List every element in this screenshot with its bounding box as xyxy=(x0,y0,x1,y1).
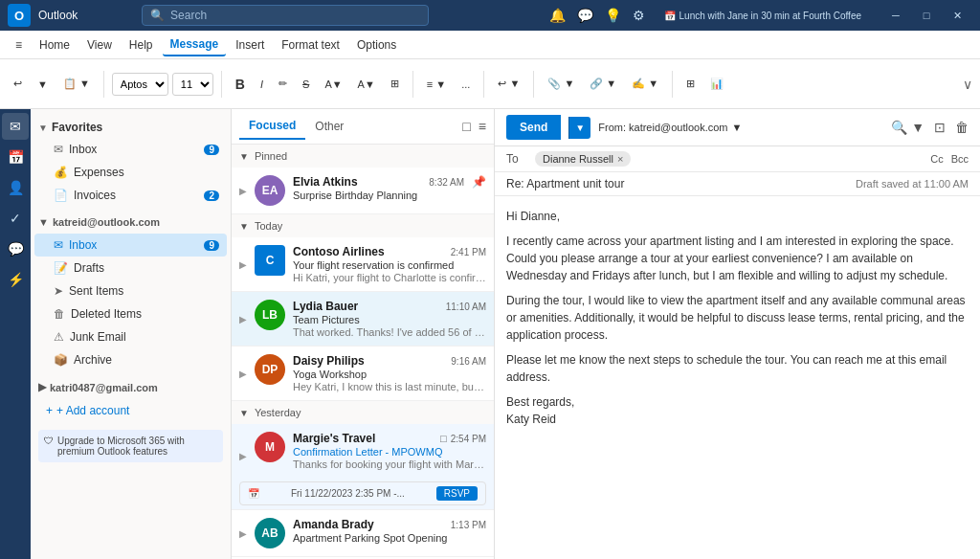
tab-focused[interactable]: Focused xyxy=(239,113,305,140)
link-button[interactable]: 🔗 ▼ xyxy=(584,71,622,98)
nav-calendar[interactable]: 📅 xyxy=(2,144,29,170)
sort-icon[interactable]: ≡ xyxy=(479,119,486,134)
menu-message[interactable]: Message xyxy=(163,34,227,56)
nav-tasks[interactable]: ✓ xyxy=(2,205,29,232)
italic-button[interactable]: I xyxy=(255,71,269,98)
bcc-button[interactable]: Bcc xyxy=(951,153,969,165)
reply-button[interactable]: ↩ ▼ xyxy=(492,71,525,98)
folder-inbox-main[interactable]: ✉ Inbox 9 xyxy=(34,234,227,257)
font-size-select[interactable]: 11 xyxy=(172,73,213,96)
settings-icon[interactable]: ⚙ xyxy=(633,8,645,23)
email-expand-daisy[interactable]: ▶ xyxy=(239,369,247,379)
hamburger-menu[interactable]: ≡ xyxy=(8,34,30,56)
close-button[interactable]: ✕ xyxy=(942,0,972,31)
highlight-button[interactable]: ✏ xyxy=(273,71,293,98)
folder-deleted[interactable]: 🗑 Deleted Items xyxy=(34,302,227,325)
email-expand-elvia[interactable]: ▶ xyxy=(239,186,247,196)
menu-options[interactable]: Options xyxy=(349,34,404,56)
pinned-chevron[interactable]: ▼ xyxy=(239,151,249,162)
email-item-daisy[interactable]: ▶ DP Daisy Philips 9:16 AM Yoga Workshop… xyxy=(232,347,494,401)
email-expand-amanda[interactable]: ▶ xyxy=(239,528,247,539)
email-expand-lydia[interactable]: ▶ xyxy=(239,314,247,324)
nav-apps[interactable]: ⚡ xyxy=(2,266,29,293)
table-button[interactable]: ⊞ xyxy=(680,71,701,98)
body-closing: Best regards,Katy Reid xyxy=(506,393,969,428)
discard-icon[interactable]: 🗑 xyxy=(955,120,969,135)
bold-button[interactable]: B xyxy=(230,71,251,98)
menu-view[interactable]: View xyxy=(79,34,120,56)
cc-button[interactable]: Cc xyxy=(930,153,943,165)
bulb-icon[interactable]: 💡 xyxy=(605,8,621,23)
maximize-button[interactable]: □ xyxy=(911,0,942,31)
email-content-margie: Margie's Travel □ 2:54 PM Confirmation L… xyxy=(293,432,486,470)
nav-chat[interactable]: 💬 xyxy=(2,235,29,262)
filter-icon[interactable]: □ xyxy=(462,119,470,134)
avatar-contoso: C xyxy=(255,245,285,276)
yesterday-chevron[interactable]: ▼ xyxy=(239,408,249,418)
email-body[interactable]: Hi Dianne, I recently came across your a… xyxy=(495,196,980,559)
email-expand-margie[interactable]: ▶ xyxy=(239,451,247,461)
folder-archive[interactable]: 📦 Archive xyxy=(34,348,227,371)
folder-sent[interactable]: ➤ Sent Items xyxy=(34,280,227,302)
folder-invoices[interactable]: 📄 Invoices 2 xyxy=(34,184,227,207)
email-expand-contoso[interactable]: ▶ xyxy=(239,259,247,270)
account-header-gmail[interactable]: ▶ katri0487@gmail.com xyxy=(31,375,231,399)
format-options-button[interactable]: ▼ xyxy=(32,71,54,98)
menu-home[interactable]: Home xyxy=(32,34,78,56)
email-item-margie[interactable]: ▶ M Margie's Travel □ 2:54 PM Confirmati… xyxy=(232,424,494,510)
undo-button[interactable]: ↩ xyxy=(8,71,28,98)
line-spacing-button[interactable]: ≡ ▼ xyxy=(421,71,452,98)
send-button[interactable]: Send xyxy=(506,115,561,140)
email-item-amanda[interactable]: ▶ AB Amanda Brady 1:13 PM Apartment Park… xyxy=(232,510,494,557)
avatar-elvia: EA xyxy=(255,175,285,206)
today-chevron[interactable]: ▼ xyxy=(239,221,249,232)
favorites-header[interactable]: ▼ Favorites xyxy=(31,117,231,138)
chat-icon[interactable]: 💬 xyxy=(577,8,593,23)
from-chevron[interactable]: ▼ xyxy=(732,122,743,133)
account-header-outlook[interactable]: ▼ katreid@outlook.com xyxy=(31,211,231,234)
bell-icon[interactable]: 🔔 xyxy=(549,8,566,23)
font-color-button[interactable]: A▼ xyxy=(352,71,381,98)
rsvp-button[interactable]: RSVP xyxy=(436,486,478,501)
format-button[interactable]: ⊞ xyxy=(385,71,405,98)
attach-file-button[interactable]: 📎 ▼ xyxy=(542,71,580,98)
search-input[interactable] xyxy=(170,9,420,22)
email-item-lydia[interactable]: ▶ LB Lydia Bauer 11:10 AM Team Pictures … xyxy=(232,292,494,347)
window-controls: ─ □ ✕ xyxy=(880,0,972,31)
more-options-button[interactable]: ... xyxy=(456,71,476,98)
menu-help[interactable]: Help xyxy=(122,34,161,56)
minimize-button[interactable]: ─ xyxy=(880,0,911,31)
zoom-icon[interactable]: 🔍 ▼ xyxy=(891,120,924,135)
bg-color-button[interactable]: A▼ xyxy=(319,71,347,98)
pop-out-icon[interactable]: ⊡ xyxy=(934,120,946,135)
email-item-contoso[interactable]: ▶ C Contoso Airlines 2:41 PM Your flight… xyxy=(232,237,494,292)
email-item-elvia[interactable]: ▶ EA Elvia Atkins 8:32 AM Surprise Birth… xyxy=(232,168,494,214)
clipboard-button[interactable]: 📋 ▼ xyxy=(57,71,96,98)
strikethrough-button[interactable]: S xyxy=(297,71,315,98)
search-box[interactable]: 🔍 xyxy=(142,5,429,26)
folder-drafts[interactable]: 📝 Drafts xyxy=(34,257,227,280)
folder-inbox-fav[interactable]: ✉ Inbox 9 xyxy=(34,138,227,161)
nav-contacts[interactable]: 👤 xyxy=(2,174,29,201)
upgrade-icon: 🛡 xyxy=(44,436,54,457)
add-account-button[interactable]: + + Add account xyxy=(31,399,231,422)
ribbon-expand-button[interactable]: ∨ xyxy=(963,77,972,92)
tab-other[interactable]: Other xyxy=(305,114,353,139)
recipient-remove-dianne[interactable]: × xyxy=(617,153,623,165)
add-account-label: + Add account xyxy=(56,404,129,417)
folder-junk[interactable]: ⚠ Junk Email xyxy=(34,325,227,348)
body-para1: I recently came across your apartment li… xyxy=(506,233,969,284)
send-dropdown-button[interactable]: ▼ xyxy=(568,117,590,139)
pin-icon-elvia: 📌 xyxy=(472,175,486,189)
expenses-icon: 💰 xyxy=(54,166,68,179)
menu-insert[interactable]: Insert xyxy=(228,34,272,56)
ribbon-separator-1 xyxy=(103,71,104,98)
signature-button[interactable]: ✍ ▼ xyxy=(626,71,664,98)
font-family-select[interactable]: Aptos xyxy=(112,73,168,96)
recipient-chip-dianne[interactable]: Dianne Russell × xyxy=(535,151,631,167)
chart-button[interactable]: 📊 xyxy=(704,71,729,98)
nav-mail[interactable]: ✉ xyxy=(2,113,29,140)
folder-expenses[interactable]: 💰 Expenses xyxy=(34,161,227,184)
menu-format-text[interactable]: Format text xyxy=(274,34,347,56)
avatar-lydia: LB xyxy=(255,300,285,330)
